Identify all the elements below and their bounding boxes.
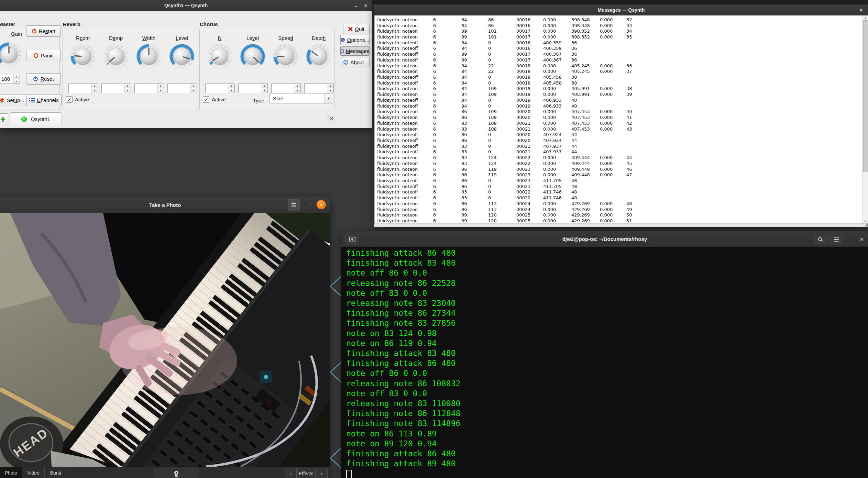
chevron-down-icon: ▼ [324, 93, 333, 103]
add-engine-button[interactable] [0, 113, 8, 125]
room-knob[interactable] [70, 43, 96, 69]
messages-titlebar[interactable]: Messages — Qsynth – ✕ [374, 4, 868, 16]
minimize-button[interactable]: – [309, 201, 312, 207]
spin-arrows[interactable]: ▲▼ [261, 84, 267, 93]
menu-button[interactable] [829, 234, 843, 245]
master-section-label: Master [0, 21, 15, 27]
gain-spinbox[interactable]: 100 ▲▼ [0, 74, 20, 84]
scrollbar-thumb[interactable] [863, 20, 868, 172]
spin-arrows[interactable]: ▲▼ [91, 84, 98, 93]
log-row: fluidsynth: noteoff684000019406.93340 [375, 97, 863, 103]
terminal-line: releasing note 83 23040 [346, 298, 868, 308]
channels-button[interactable]: Channels [26, 94, 62, 106]
webcam-scene: HEAD [0, 213, 330, 467]
panic-button[interactable]: Panic [26, 50, 61, 61]
capture-button[interactable] [154, 468, 198, 478]
messages-scrollbar[interactable]: ▲ ▼ [862, 15, 868, 224]
width-knob-group: Width [133, 35, 164, 69]
terminal-output[interactable]: finishing attack 86 480finishing attack … [341, 247, 868, 478]
spin-arrows[interactable]: ▲▼ [294, 84, 300, 93]
search-button[interactable] [814, 234, 827, 245]
chorus-active-checkbox[interactable]: ✓ Active [203, 96, 226, 103]
gain-knob[interactable] [0, 42, 22, 68]
close-button[interactable]: ✕ [857, 6, 865, 14]
terminal-line: finishing attack 83 480 [346, 258, 868, 268]
close-button[interactable]: x [317, 200, 326, 209]
log-row: fluidsynth: noteon686119000230.000409.44… [375, 172, 863, 178]
qsynth-titlebar[interactable]: Qsynth1 — Qsynth – ✕ [0, 0, 372, 11]
close-button[interactable]: ✕ [362, 1, 370, 10]
spin-arrows[interactable]: ▲▼ [327, 84, 333, 93]
speed-spinbox[interactable]: ▲▼ [271, 83, 301, 93]
tab-video[interactable]: Video [22, 467, 45, 478]
level-knob[interactable] [169, 43, 195, 69]
log-row: fluidsynth: noteon689120000250.000429.26… [375, 212, 863, 218]
terminal-line: finishing note 86 112848 [346, 409, 868, 419]
setup-button[interactable]: Setup... [0, 94, 26, 106]
new-tab-button[interactable] [345, 234, 359, 245]
tab-photo[interactable]: Photo [0, 467, 22, 478]
scroll-up-arrow[interactable]: ▲ [863, 15, 868, 20]
messages-log[interactable]: fluidsynth: noteon68486000160.000398.348… [374, 15, 863, 224]
tabbar-close-button[interactable]: ✕ [327, 114, 336, 123]
terminal-line: finishing attack 83 480 [346, 348, 868, 358]
damp-spinbox[interactable]: ▲▼ [101, 83, 131, 93]
messages-window: Messages — Qsynth – ✕ fluidsynth: noteon… [374, 4, 868, 227]
speed-knob[interactable] [273, 43, 299, 69]
camera-titlebar[interactable]: Take a Photo [0, 197, 330, 213]
n-knob[interactable] [207, 43, 233, 69]
about-button[interactable]: About... [342, 57, 370, 67]
width-knob[interactable] [136, 43, 162, 69]
n-spinbox[interactable]: ▲▼ [205, 83, 235, 93]
log-row: fluidsynth: noteon684109000190.000405.99… [375, 86, 863, 92]
spin-arrows[interactable]: ▲▼ [124, 84, 131, 93]
depth-spinbox[interactable]: ▲▼ [304, 83, 334, 93]
terminal-window-title: djw2@pop-os: ~/Documents/rhosy [562, 236, 647, 242]
menu-button[interactable] [288, 199, 300, 211]
spin-arrows[interactable]: ▲▼ [190, 84, 197, 93]
options-button[interactable]: Options... [340, 35, 370, 45]
reset-button[interactable]: Reset [26, 73, 61, 85]
about-icon [343, 60, 348, 65]
effects-button[interactable]: Effects [296, 468, 316, 478]
spin-arrows[interactable]: ▲▼ [157, 84, 164, 93]
close-button[interactable]: ✕ [858, 235, 866, 243]
level-spinbox[interactable]: ▲▼ [167, 83, 197, 93]
spin-arrows[interactable]: ▲▼ [228, 84, 234, 93]
room-knob-group: Room [67, 35, 98, 69]
reverb-active-checkbox[interactable]: ✓ Active [66, 96, 89, 103]
quit-button[interactable]: Quit [343, 24, 370, 34]
depth-knob[interactable] [306, 43, 332, 69]
tab-qsynth1[interactable]: Qsynth1 [10, 112, 62, 125]
level-spinbox[interactable]: ▲▼ [238, 83, 268, 93]
log-row: fluidsynth: noteoff684000018405.45838 [375, 80, 863, 86]
messages-button[interactable]: Messages [340, 46, 370, 56]
level-knob[interactable] [240, 43, 266, 69]
terminal-titlebar[interactable]: djw2@pop-os: ~/Documents/rhosy [341, 231, 868, 247]
log-row: fluidsynth: noteoff686000020407.92444 [375, 132, 863, 137]
width-spinbox[interactable]: ▲▼ [134, 83, 164, 93]
tab-burst[interactable]: Burst [45, 467, 67, 478]
setup-icon [0, 98, 4, 103]
minimize-button[interactable]: – [846, 6, 854, 14]
room-spinbox[interactable]: ▲▼ [68, 83, 98, 93]
log-row: fluidsynth: noteon683124000220.000409.44… [375, 155, 863, 160]
terminal-line: note on 83 124 0.98 [346, 329, 868, 338]
knob-label: Speed [278, 35, 293, 43]
messages-window-title: Messages — Qsynth [598, 7, 645, 13]
checkbox-check: ✓ [203, 96, 209, 103]
damp-knob[interactable] [103, 43, 129, 69]
gain-spin-arrows[interactable]: ▲▼ [13, 74, 20, 84]
log-row: fluidsynth: noteoff684000018405.45838 [375, 74, 863, 80]
terminal-line: finishing attack 86 480 [346, 449, 868, 459]
restart-button[interactable]: Restart [26, 25, 61, 37]
chorus-type-dropdown[interactable]: Sine ▼ [270, 93, 333, 103]
minimize-button[interactable]: – [846, 235, 854, 243]
resize-grip[interactable] [865, 223, 868, 226]
effects-next-button[interactable]: › [315, 468, 328, 478]
log-row: fluidsynth: noteoff689000017400.36736 [375, 57, 863, 63]
minimize-button[interactable]: – [352, 1, 360, 10]
terminal-line: releasing note 86 108032 [346, 379, 868, 389]
effects-prev-button[interactable]: ‹ [285, 468, 297, 478]
reverb-section-label: Reverb [63, 21, 80, 27]
